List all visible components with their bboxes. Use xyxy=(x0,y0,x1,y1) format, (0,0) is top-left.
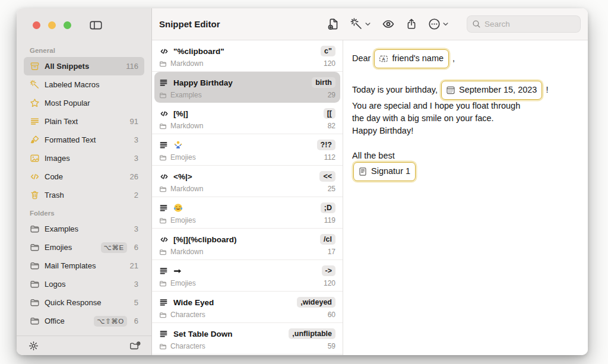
arrow-emoji xyxy=(173,267,318,276)
code-snippet-icon xyxy=(159,47,169,56)
sidebar-item-formatted-text[interactable]: Formatted Text3 xyxy=(24,131,144,149)
snippet-title: Set Table Down xyxy=(173,330,284,338)
folder-icon xyxy=(159,122,167,130)
snippet-title: [%|] xyxy=(173,109,319,118)
item-count: 26 xyxy=(130,172,138,181)
all-snippets-icon xyxy=(30,61,40,71)
sidebar-item-plain-text[interactable]: Plain Text91 xyxy=(24,112,144,131)
snippet-folder: Characters xyxy=(170,311,324,319)
placeholder-token[interactable]: September 15, 2023 xyxy=(441,81,542,100)
window-titlebar xyxy=(17,8,151,42)
snippet-row[interactable]: [%|][[Markdown82 xyxy=(152,103,343,134)
sidebar-item-logos[interactable]: Logos3 xyxy=(24,275,144,293)
folder-icon xyxy=(159,91,167,99)
sidebar-item-label: Mail Templates xyxy=(45,261,125,270)
abbreviation-badge: c" xyxy=(321,46,335,56)
editor-line: All the best xyxy=(352,150,577,162)
snippet-row[interactable]: "%clipboard"c"Markdown120 xyxy=(152,40,343,72)
sidebar-item-all-snippets[interactable]: All Snippets116 xyxy=(24,57,144,75)
editor-text: the day with a big smile on your face. xyxy=(352,113,494,123)
abbreviation-badge: /cl xyxy=(320,234,335,245)
editor-line: Happy Birthday! xyxy=(352,125,577,137)
snippet-row[interactable]: [%|](%clipboard)/clMarkdown17 xyxy=(152,229,343,260)
usage-count: 29 xyxy=(328,91,335,99)
sidebar-item-mail-templates[interactable]: Mail Templates21 xyxy=(24,257,144,275)
sidebar-item-quick-response[interactable]: Quick Response5 xyxy=(24,293,144,312)
new-snippet-button[interactable] xyxy=(325,15,342,33)
more-options-button[interactable] xyxy=(426,15,451,33)
preview-eye-icon xyxy=(382,18,395,30)
snippet-row[interactable]: Happy BirthdaybirthExamples29 xyxy=(154,72,340,103)
item-count: 21 xyxy=(130,261,138,270)
sidebar-item-emojies[interactable]: Emojies⌥⌘E6 xyxy=(24,238,144,257)
usage-count: 17 xyxy=(328,248,335,256)
snippet-row[interactable]: Set Table Down,unfliptableCharacters59 xyxy=(152,323,343,354)
sidebar-item-code[interactable]: Code26 xyxy=(24,167,144,186)
sidebar-item-labeled-macros[interactable]: Labeled Macros xyxy=(24,75,144,94)
editor-line: Today is your birthday, September 15, 20… xyxy=(352,81,577,100)
editor-text: All the best xyxy=(352,151,395,160)
snippet-row[interactable]: <%|><<Markdown25 xyxy=(152,166,343,197)
plain-text-icon xyxy=(30,116,40,126)
abbreviation-badge: [[ xyxy=(324,108,335,119)
token-label: Signatur 1 xyxy=(371,163,410,179)
snippet-list: "%clipboard"c"Markdown120Happy Birthdayb… xyxy=(152,40,343,355)
editor-blank-line xyxy=(352,68,577,81)
main-area: Snippet Editor xyxy=(152,8,588,355)
sidebar-item-images[interactable]: Images3 xyxy=(24,149,144,167)
abbreviation-badge: -> xyxy=(322,265,335,276)
window-controls xyxy=(33,21,71,29)
sidebar-item-most-popular[interactable]: Most Popular xyxy=(24,94,144,112)
sidebar-item-label: Labeled Macros xyxy=(45,80,138,89)
trash-icon xyxy=(30,190,40,200)
document-icon xyxy=(358,167,368,176)
magic-actions-button[interactable] xyxy=(348,15,373,33)
snippet-folder: Markdown xyxy=(170,59,320,68)
snippet-title: Happy Birthday xyxy=(173,78,308,87)
sidebar-item-office[interactable]: Office⌥⇧⌘O6 xyxy=(24,312,144,330)
folder-icon xyxy=(159,248,167,256)
editor-text: Today is your birthday, xyxy=(352,85,440,94)
snippet-editor[interactable]: Dear Afriend's name ,Today is your birth… xyxy=(343,40,588,355)
folder-icon xyxy=(30,261,40,271)
token-label: friend's name xyxy=(392,50,444,67)
images-icon xyxy=(30,153,40,163)
snippet-row[interactable]: Wide Eyed,wideyedCharacters60 xyxy=(152,292,343,323)
zoom-button[interactable] xyxy=(64,21,71,29)
code-snippet-icon xyxy=(159,235,169,244)
editor-blank-line xyxy=(352,137,577,150)
sidebar-item-examples[interactable]: Examples3 xyxy=(24,220,144,238)
preview-button[interactable] xyxy=(379,15,397,33)
sidebar-item-label: Plain Text xyxy=(45,117,125,126)
snippet-row[interactable]: ?!?Emojies112 xyxy=(152,134,343,166)
placeholder-token[interactable]: Signatur 1 xyxy=(353,162,416,181)
usage-count: 25 xyxy=(328,185,335,193)
usage-count: 59 xyxy=(328,342,335,350)
snippet-row[interactable]: ->Emojies120 xyxy=(152,260,343,292)
sidebar-toggle-icon[interactable] xyxy=(90,20,102,30)
abbreviation-badge: birth xyxy=(312,77,335,88)
abbreviation-badge: ;D xyxy=(321,202,335,213)
new-folder-icon[interactable] xyxy=(129,341,141,351)
item-count: 91 xyxy=(130,117,138,126)
item-count: 116 xyxy=(126,62,138,71)
share-icon xyxy=(406,18,417,30)
editor-text: , xyxy=(450,53,455,63)
snippet-folder: Characters xyxy=(170,342,324,350)
sidebar-item-label: Most Popular xyxy=(45,99,138,107)
close-button[interactable] xyxy=(33,21,40,29)
text-placeholder-icon: A xyxy=(379,54,388,64)
sidebar-item-trash[interactable]: Trash2 xyxy=(24,186,144,204)
search-field[interactable] xyxy=(467,15,581,33)
code-icon xyxy=(30,172,40,182)
snippet-folder: Markdown xyxy=(170,122,324,130)
settings-gear-icon[interactable] xyxy=(28,341,39,351)
text-snippet-icon xyxy=(159,330,169,338)
sidebar-item-label: Logos xyxy=(45,280,129,289)
folder-icon xyxy=(159,343,167,350)
share-button[interactable] xyxy=(403,15,420,33)
search-input[interactable] xyxy=(484,20,575,29)
minimize-button[interactable] xyxy=(48,21,56,29)
snippet-row[interactable]: ;DEmojies119 xyxy=(152,197,343,229)
placeholder-token[interactable]: Afriend's name xyxy=(374,49,449,68)
